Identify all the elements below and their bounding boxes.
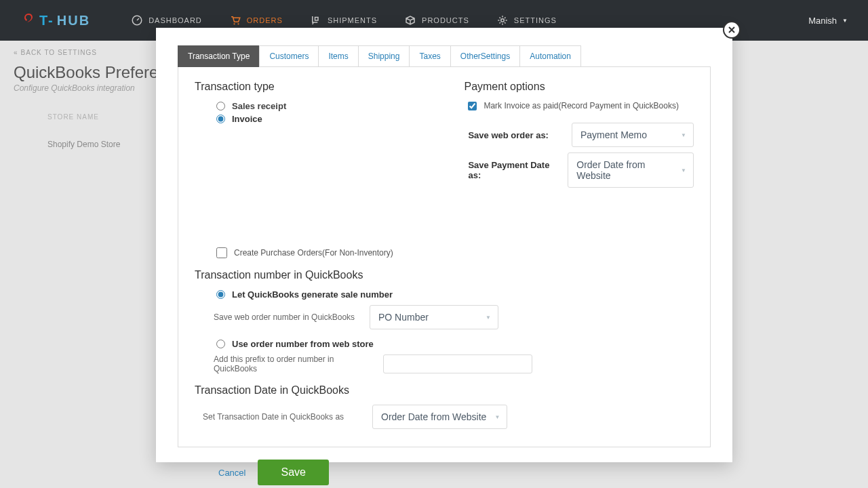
nav-settings-label: SETTINGS — [514, 16, 557, 24]
nav-products[interactable]: PRODUCTS — [404, 14, 469, 26]
box-icon — [404, 14, 416, 26]
chevron-down-icon: ▼ — [681, 132, 686, 138]
chevron-down-icon: ▼ — [681, 167, 686, 174]
select-save-web-order-as[interactable]: Payment Memo▼ — [572, 123, 694, 147]
dolly-icon — [310, 14, 322, 26]
modal-panel: Transaction type Sales receipt Invoice P… — [178, 66, 711, 447]
transaction-number-heading: Transaction number in QuickBooks — [195, 269, 694, 281]
transaction-date-heading: Transaction Date in QuickBooks — [195, 384, 694, 396]
chevron-down-icon: ▼ — [494, 414, 500, 420]
select-save-payment-date-as-value: Order Date from Website — [576, 159, 673, 181]
gear-icon — [496, 14, 509, 26]
nav-dashboard-label: DASHBOARD — [149, 16, 202, 24]
check-mark-invoice-paid[interactable] — [468, 102, 477, 110]
svg-point-2 — [237, 23, 239, 24]
logo-text-1: T- — [39, 13, 54, 28]
select-save-payment-date-as[interactable]: Order Date from Website▼ — [568, 152, 694, 188]
cancel-button[interactable]: Cancel — [218, 468, 245, 478]
chevron-down-icon: ▼ — [486, 314, 491, 321]
tab-transaction-type[interactable]: Transaction Type — [178, 45, 260, 67]
nav-settings[interactable]: SETTINGS — [496, 14, 557, 26]
nav-shipments[interactable]: SHIPMENTS — [310, 14, 377, 26]
user-name: Manish — [808, 16, 837, 26]
logo-text-2: HUB — [57, 13, 90, 28]
svg-point-1 — [233, 23, 235, 24]
select-set-tx-date[interactable]: Order Date from Website▼ — [372, 405, 507, 429]
nav-orders-label: ORDERS — [247, 16, 283, 24]
check-mark-invoice-paid-label: Mark Invoice as paid(Record Payment in Q… — [484, 101, 678, 110]
add-prefix-label: Add this prefix to order number in Quick… — [214, 354, 376, 373]
input-prefix[interactable] — [383, 354, 532, 373]
save-payment-date-as-label: Save Payment Date as: — [468, 160, 561, 180]
tab-other-settings[interactable]: OtherSettings — [450, 45, 520, 67]
save-web-order-number-label: Save web order number in QuickBooks — [214, 312, 363, 322]
chevron-down-icon: ▼ — [842, 18, 848, 24]
svg-rect-3 — [315, 18, 318, 21]
preferences-modal: Transaction Type Customers Items Shippin… — [156, 28, 732, 462]
set-tx-date-label: Set Transaction Date in QuickBooks as — [203, 412, 366, 422]
tab-shipping[interactable]: Shipping — [358, 45, 410, 67]
check-create-purchase-orders-label: Create Purchase Orders(For Non-Inventory… — [234, 248, 393, 258]
save-web-order-as-label: Save web order as: — [468, 130, 565, 140]
nav-items: DASHBOARD ORDERS SHIPMENTS PRODUCTS SETT… — [131, 14, 557, 26]
radio-use-order-number[interactable] — [216, 340, 225, 348]
tab-customers[interactable]: Customers — [259, 45, 319, 67]
radio-invoice[interactable] — [216, 115, 225, 123]
close-button[interactable] — [723, 21, 741, 39]
select-save-web-order-as-value: Payment Memo — [580, 129, 647, 140]
check-create-purchase-orders[interactable] — [216, 247, 227, 258]
nav-products-label: PRODUCTS — [422, 16, 469, 24]
transaction-type-heading: Transaction type — [195, 81, 425, 93]
modal-footer: Cancel Save — [218, 460, 711, 485]
radio-let-qb-generate[interactable] — [216, 290, 225, 299]
select-save-web-order-number[interactable]: PO Number▼ — [370, 305, 498, 329]
radio-invoice-label: Invoice — [232, 114, 262, 124]
logo: T-HUB — [20, 12, 90, 28]
user-menu[interactable]: Manish ▼ — [808, 16, 848, 26]
close-icon — [728, 26, 736, 34]
nav-dashboard[interactable]: DASHBOARD — [131, 14, 202, 26]
tab-automation[interactable]: Automation — [519, 45, 581, 67]
svg-point-4 — [501, 19, 505, 22]
radio-sales-receipt-label: Sales receipt — [232, 101, 286, 111]
gauge-icon — [131, 14, 143, 26]
payment-options-heading: Payment options — [464, 81, 694, 93]
select-save-web-order-number-value: PO Number — [378, 312, 429, 323]
save-button[interactable]: Save — [258, 460, 328, 485]
radio-let-qb-generate-label: Let QuickBooks generate sale number — [232, 289, 393, 300]
nav-shipments-label: SHIPMENTS — [328, 16, 377, 24]
select-set-tx-date-value: Order Date from Website — [381, 411, 486, 422]
radio-use-order-number-label: Use order number from web store — [232, 339, 374, 349]
tab-items[interactable]: Items — [318, 45, 358, 67]
radio-sales-receipt[interactable] — [216, 102, 225, 110]
logo-icon — [20, 12, 37, 28]
cart-icon — [229, 14, 241, 26]
tab-taxes[interactable]: Taxes — [409, 45, 450, 67]
modal-tabs: Transaction Type Customers Items Shippin… — [178, 45, 711, 67]
nav-orders[interactable]: ORDERS — [229, 14, 283, 26]
